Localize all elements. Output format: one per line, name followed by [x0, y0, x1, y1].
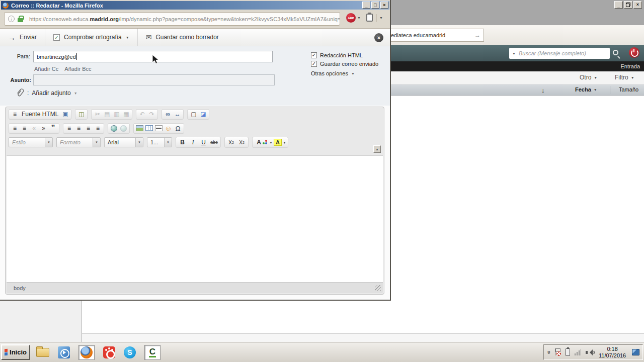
close-button[interactable]: ×: [380, 2, 388, 9]
smiley-icon[interactable]: ☺: [164, 124, 173, 133]
strikethrough-button[interactable]: abc: [209, 138, 219, 147]
start-button[interactable]: Inicio: [1, 344, 30, 360]
tray-expand-icon[interactable]: «: [545, 350, 551, 353]
horizontal-rule-icon[interactable]: [154, 124, 163, 133]
clipboard-addon-icon[interactable]: [366, 14, 373, 22]
firefox-taskbar-button[interactable]: [78, 345, 95, 360]
blockquote-icon[interactable]: ”: [49, 124, 57, 133]
special-char-icon[interactable]: Ω: [174, 124, 182, 133]
bold-button[interactable]: B: [178, 138, 187, 147]
sort-arrow-icon[interactable]: ↓: [541, 86, 545, 94]
compose-titlebar[interactable]: Correo :: Redactar - Mozilla Firefox _ □…: [1, 1, 389, 10]
action-center-icon[interactable]: [554, 348, 561, 356]
insert-table-icon[interactable]: [145, 124, 153, 133]
volume-icon[interactable]: [586, 349, 593, 356]
bullet-list-icon[interactable]: ≡: [20, 124, 29, 133]
add-attachment-link[interactable]: Añadir adjunto: [32, 89, 70, 97]
resize-grip[interactable]: [375, 285, 381, 291]
gom-player-icon[interactable]: [103, 346, 115, 358]
source-icon[interactable]: ≡: [11, 110, 19, 119]
info-icon[interactable]: i: [8, 16, 15, 22]
italic-button[interactable]: I: [188, 138, 198, 147]
templates-icon[interactable]: ◫: [77, 110, 86, 119]
insert-link-icon[interactable]: [110, 124, 118, 133]
undo-icon: ↶: [138, 110, 146, 119]
spellcheck-button[interactable]: ✓ Comprobar ortografía ▼: [45, 29, 137, 46]
align-center-icon[interactable]: ≡: [74, 124, 83, 133]
editor-content-area[interactable]: [7, 155, 383, 282]
camtasia-taskbar-button[interactable]: C: [144, 345, 160, 360]
search-icon[interactable]: [613, 50, 618, 55]
logout-icon[interactable]: [629, 47, 639, 58]
close-compose-button[interactable]: ×: [374, 33, 383, 42]
align-justify-icon[interactable]: ≡: [94, 124, 102, 133]
media-player-icon[interactable]: [58, 346, 70, 358]
adblock-icon[interactable]: ABP: [346, 13, 356, 23]
preview-icon[interactable]: ▣: [61, 110, 69, 119]
minimize-button[interactable]: _: [614, 1, 623, 9]
find-icon[interactable]: ∞: [164, 110, 172, 119]
minimize-button[interactable]: _: [362, 2, 370, 9]
filter-menu[interactable]: Filtro ▼: [615, 74, 634, 81]
file-explorer-icon[interactable]: [36, 348, 49, 357]
scroll-up-button[interactable]: ▴: [373, 145, 381, 153]
align-right-icon[interactable]: ≡: [84, 124, 93, 133]
tray-clock[interactable]: 0:18 11/07/2016: [597, 346, 627, 359]
ordered-list-icon[interactable]: ≡: [11, 124, 19, 133]
remove-format-icon[interactable]: ◪: [199, 110, 207, 119]
clock-time: 0:18: [597, 346, 627, 352]
maximize-button[interactable]: □: [371, 2, 379, 9]
search-placeholder: Buscar (Mensaje completo): [519, 50, 586, 56]
add-bcc-link[interactable]: Añadir Bcc: [64, 66, 91, 72]
show-desktop-icon[interactable]: [632, 349, 639, 355]
checkbox-checked-icon[interactable]: ✓: [311, 52, 317, 58]
go-arrow-icon[interactable]: →: [474, 32, 480, 39]
insert-image-icon[interactable]: [135, 124, 144, 133]
network-signal-icon[interactable]: [575, 349, 581, 355]
style-select[interactable]: Estilo ▼: [9, 137, 53, 147]
other-menu[interactable]: Otro ▼: [580, 74, 597, 81]
superscript-button[interactable]: X2: [237, 138, 247, 147]
url-search-input[interactable]: ediateca educamadrid →: [387, 29, 484, 42]
align-left-icon[interactable]: ≡: [65, 124, 73, 133]
source-button[interactable]: Fuente HTML: [20, 111, 60, 118]
chevron-down-icon[interactable]: ▼: [269, 141, 273, 144]
save-draft-button[interactable]: ✉ Guardar como borrador: [138, 29, 227, 46]
select-all-icon[interactable]: ▢: [189, 110, 198, 119]
replace-icon[interactable]: ↔: [173, 110, 182, 119]
size-select[interactable]: 1... ▼: [147, 137, 172, 147]
option-save-sent[interactable]: ✓ Guardar correo enviado: [311, 61, 378, 67]
send-arrow-icon: →: [8, 33, 16, 42]
column-size[interactable]: Tamaño: [619, 86, 638, 93]
search-scope-caret-icon[interactable]: ▼: [512, 52, 516, 55]
subscript-button[interactable]: X2: [226, 138, 236, 147]
format-select[interactable]: Formato ▼: [56, 137, 101, 147]
adblock-caret-icon[interactable]: ▼: [357, 16, 361, 20]
highlight-color-button[interactable]: A: [274, 139, 282, 146]
battery-icon[interactable]: [566, 348, 570, 356]
send-button[interactable]: → Enviar: [0, 29, 45, 46]
chevron-down-icon[interactable]: ▼: [74, 92, 77, 95]
indent-icon[interactable]: »: [39, 124, 48, 133]
taskbar: Inicio S C « 0:18 11/07/2016: [0, 342, 644, 362]
other-options-link[interactable]: Otras opciones ▼: [311, 70, 378, 76]
chevron-down-icon[interactable]: ▼: [283, 141, 286, 144]
text-color-button[interactable]: A: [254, 138, 264, 147]
skype-icon[interactable]: S: [124, 346, 136, 358]
clipboard-caret-icon[interactable]: ▼: [379, 16, 383, 20]
add-cc-link[interactable]: Añadir Cc: [34, 66, 58, 72]
checkbox-checked-icon[interactable]: ✓: [311, 61, 317, 67]
chevron-down-icon: ▼: [164, 138, 172, 147]
font-select[interactable]: Arial ▼: [104, 137, 143, 147]
option-html-compose[interactable]: ✓ Redacción HTML: [311, 52, 378, 58]
message-search-input[interactable]: ▼ Buscar (Mensaje completo): [509, 48, 610, 59]
subject-input[interactable]: [33, 74, 275, 85]
compose-options: ✓ Redacción HTML ✓ Guardar correo enviad…: [311, 52, 378, 79]
restore-button[interactable]: [624, 1, 632, 9]
outdent-icon: «: [30, 124, 38, 133]
url-bar[interactable]: i https://correoweb.educa.madrid.org/imp…: [4, 12, 340, 26]
column-date[interactable]: Fecha ▼: [575, 86, 597, 93]
close-button[interactable]: ×: [633, 1, 642, 9]
underline-button[interactable]: U: [199, 138, 208, 147]
chevron-down-icon: ▼: [126, 36, 129, 39]
